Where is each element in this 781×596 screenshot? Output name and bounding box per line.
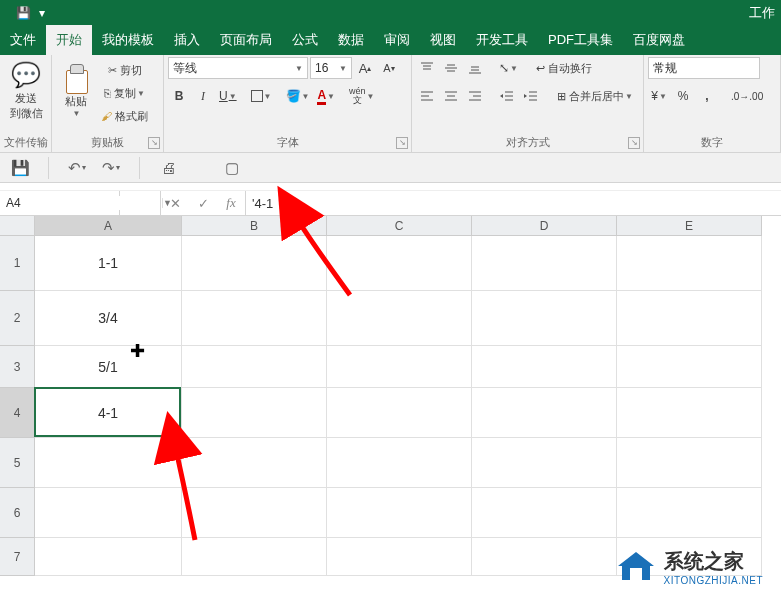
paste-button[interactable]: 粘贴 ▼ — [56, 57, 96, 125]
col-header-D[interactable]: D — [472, 216, 617, 236]
align-left-button[interactable] — [416, 85, 438, 107]
align-middle-button[interactable] — [440, 57, 462, 79]
cell-D5[interactable] — [472, 438, 617, 488]
insert-function-button[interactable]: fx — [217, 195, 245, 211]
format-painter-button[interactable]: 🖌 格式刷 — [98, 105, 151, 127]
cell-C6[interactable] — [327, 488, 472, 538]
font-color-button[interactable]: A▼ — [314, 85, 338, 107]
align-right-button[interactable] — [464, 85, 486, 107]
save-icon[interactable]: 💾 — [16, 5, 31, 20]
copy-button[interactable]: ⎘ 复制▼ — [98, 82, 151, 104]
cell-E4[interactable] — [617, 388, 762, 438]
save-button[interactable]: 💾 — [8, 156, 32, 180]
cell-E6[interactable] — [617, 488, 762, 538]
cell-D7[interactable] — [472, 538, 617, 576]
wrap-text-button[interactable]: ↩ 自动换行 — [533, 57, 595, 79]
ribbon-tab-2[interactable]: 我的模板 — [92, 25, 164, 55]
cell-D3[interactable] — [472, 346, 617, 388]
cell-C5[interactable] — [327, 438, 472, 488]
name-box[interactable]: ▼ — [0, 191, 120, 215]
row-header-2[interactable]: 2 — [0, 291, 35, 346]
cell-D1[interactable] — [472, 236, 617, 291]
align-top-button[interactable] — [416, 57, 438, 79]
decrease-indent-button[interactable] — [496, 85, 518, 107]
row-header-5[interactable]: 5 — [0, 438, 35, 488]
col-header-B[interactable]: B — [182, 216, 327, 236]
font-name-combo[interactable]: 等线▼ — [168, 57, 308, 79]
cell-D4[interactable] — [472, 388, 617, 438]
ribbon-tab-4[interactable]: 页面布局 — [210, 25, 282, 55]
fill-color-button[interactable]: 🪣▼ — [283, 85, 313, 107]
cell-C2[interactable] — [327, 291, 472, 346]
col-header-E[interactable]: E — [617, 216, 762, 236]
merge-center-button[interactable]: ⊞ 合并后居中▼ — [554, 85, 636, 107]
send-to-wechat-button[interactable]: 💬 发送 到微信 — [4, 57, 48, 125]
select-all-corner[interactable] — [0, 216, 35, 236]
cell-C1[interactable] — [327, 236, 472, 291]
redo-button[interactable]: ↷▾ — [99, 156, 123, 180]
underline-button[interactable]: U▼ — [216, 85, 240, 107]
ribbon-tab-3[interactable]: 插入 — [164, 25, 210, 55]
cell-C3[interactable] — [327, 346, 472, 388]
cell-D6[interactable] — [472, 488, 617, 538]
ribbon-tab-9[interactable]: 开发工具 — [466, 25, 538, 55]
comma-format-button[interactable]: , — [696, 85, 718, 107]
accept-formula-button[interactable]: ✓ — [189, 196, 217, 211]
ribbon-tab-5[interactable]: 公式 — [282, 25, 328, 55]
cell-B3[interactable] — [182, 346, 327, 388]
cell-B4[interactable] — [182, 388, 327, 438]
ribbon-tab-10[interactable]: PDF工具集 — [538, 25, 623, 55]
increase-decimal-button[interactable]: .0→.00 — [728, 85, 766, 107]
ribbon-tab-11[interactable]: 百度网盘 — [623, 25, 695, 55]
phonetic-button[interactable]: wén文▼ — [346, 85, 377, 107]
cancel-formula-button[interactable]: ✕ — [161, 196, 189, 211]
align-bottom-button[interactable] — [464, 57, 486, 79]
font-size-combo[interactable]: 16▼ — [310, 57, 352, 79]
cell-A1[interactable]: 1-1 — [35, 236, 182, 291]
cell-A2[interactable]: 3/4 — [35, 291, 182, 346]
clipboard-launcher[interactable]: ↘ — [148, 137, 160, 149]
cell-C4[interactable] — [327, 388, 472, 438]
col-header-A[interactable]: A — [35, 216, 182, 236]
row-header-6[interactable]: 6 — [0, 488, 35, 538]
row-header-1[interactable]: 1 — [0, 236, 35, 291]
cell-E1[interactable] — [617, 236, 762, 291]
ribbon-tab-0[interactable]: 文件 — [0, 25, 46, 55]
row-header-3[interactable]: 3 — [0, 346, 35, 388]
cell-E3[interactable] — [617, 346, 762, 388]
formula-input[interactable]: '4-1 — [246, 191, 781, 215]
accounting-format-button[interactable]: ¥▼ — [648, 85, 670, 107]
row-header-7[interactable]: 7 — [0, 538, 35, 576]
widget-button[interactable]: ▢ — [220, 156, 244, 180]
percent-format-button[interactable]: % — [672, 85, 694, 107]
alignment-launcher[interactable]: ↘ — [628, 137, 640, 149]
cell-C7[interactable] — [327, 538, 472, 576]
cell-B6[interactable] — [182, 488, 327, 538]
cell-A7[interactable] — [35, 538, 182, 576]
cell-B1[interactable] — [182, 236, 327, 291]
number-format-combo[interactable]: 常规 — [648, 57, 760, 79]
italic-button[interactable]: I — [192, 85, 214, 107]
cell-A6[interactable] — [35, 488, 182, 538]
spreadsheet-grid[interactable]: ABCDE12345671-13/45/14-1 — [0, 216, 781, 596]
cell-A5[interactable] — [35, 438, 182, 488]
ribbon-tab-1[interactable]: 开始 — [46, 25, 92, 55]
bold-button[interactable]: B — [168, 85, 190, 107]
cell-E5[interactable] — [617, 438, 762, 488]
titlebar-dropdown-icon[interactable]: ▾ — [35, 5, 50, 20]
cell-B5[interactable] — [182, 438, 327, 488]
cell-A4[interactable]: 4-1 — [35, 388, 182, 438]
row-header-4[interactable]: 4 — [0, 388, 35, 438]
cell-A3[interactable]: 5/1 — [35, 346, 182, 388]
increase-font-button[interactable]: A▴ — [354, 57, 376, 79]
font-launcher[interactable]: ↘ — [396, 137, 408, 149]
decrease-font-button[interactable]: A▾ — [378, 57, 400, 79]
cell-D2[interactable] — [472, 291, 617, 346]
cell-E2[interactable] — [617, 291, 762, 346]
cell-B2[interactable] — [182, 291, 327, 346]
orientation-button[interactable]: ⤡▼ — [496, 57, 521, 79]
align-center-button[interactable] — [440, 85, 462, 107]
ribbon-tab-7[interactable]: 审阅 — [374, 25, 420, 55]
increase-indent-button[interactable] — [520, 85, 542, 107]
ribbon-tab-8[interactable]: 视图 — [420, 25, 466, 55]
